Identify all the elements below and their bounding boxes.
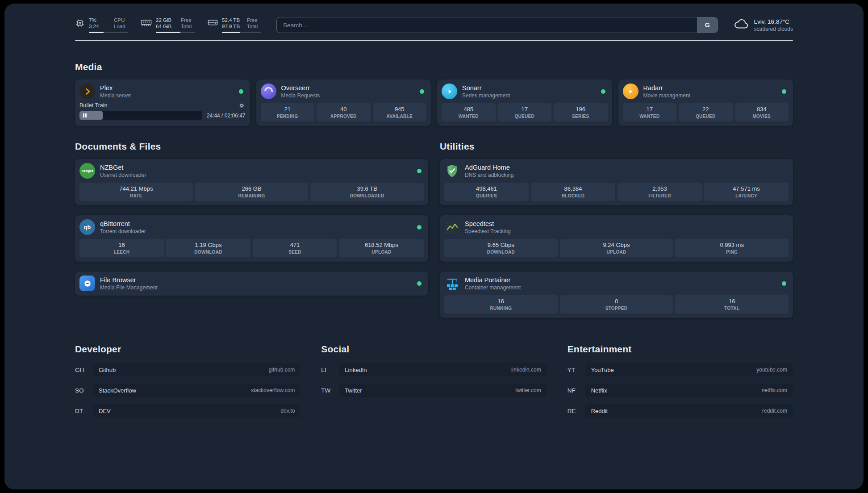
overseerr-card[interactable]: Overseerr Media Requests 21 PENDING 40 A… — [256, 79, 431, 126]
stat-tile: 834 MOVIES — [735, 103, 789, 121]
qbittorrent-icon: qb — [79, 219, 95, 235]
section-title-documents-files: Documents & Files — [75, 141, 428, 152]
adguard-stats: 498,461 QUERIES 86,384 BLOCKED 2,953 FIL… — [444, 183, 789, 201]
speedtest-card[interactable]: Speedtest Speedtest Tracking 9.65 Gbps D… — [440, 215, 793, 262]
bookmark-netflix[interactable]: NF Netflix netflix.com — [568, 384, 793, 397]
section-utilities: Utilities AdGuard Home DNS and adblockin… — [440, 141, 793, 318]
plex-card[interactable]: Plex Media server Bullet Train — [75, 79, 250, 126]
stat-label: FILTERED — [618, 193, 701, 198]
memory-total-value: 64 GiB — [156, 23, 175, 29]
stat-value: 40 — [317, 106, 370, 113]
memory-usage-bar — [156, 32, 195, 33]
disk-free-label: Free — [247, 17, 258, 23]
section-documents-files: Documents & Files nzbget NZBGet Usenet d… — [75, 141, 428, 318]
bookmark-name: YouTube — [591, 367, 614, 373]
bookmark-youtube[interactable]: YT YouTube youtube.com — [568, 363, 793, 376]
pause-icon[interactable] — [83, 113, 87, 117]
section-media: Media Plex Media server — [75, 62, 793, 126]
bookmark-pill: StackOverflow stackoverflow.com — [93, 384, 300, 397]
google-search-provider-button[interactable]: G — [697, 17, 718, 33]
weather-location: Lviv, 16.87°C — [754, 18, 793, 26]
bookmark-url: github.com — [269, 367, 295, 373]
section-title-developer: Developer — [75, 344, 300, 355]
stat-tile: 485 WANTED — [442, 103, 496, 121]
cpu-widget: 7% CPU 3.24 Load — [75, 17, 128, 33]
disk-usage-bar-fill — [222, 32, 240, 33]
memory-total-label: Total — [181, 23, 192, 29]
bookmark-url: reddit.com — [762, 408, 787, 414]
status-dot-online — [601, 89, 605, 94]
disk-readout: 52.4 TB Free 97.9 TB Total — [222, 17, 261, 33]
bookmark-abbr: GH — [75, 367, 93, 373]
stat-label: AVAILABLE — [374, 114, 426, 119]
stat-tile: 471 SEED — [253, 239, 337, 257]
nzbget-card[interactable]: nzbget NZBGet Usenet downloader 744.21 M… — [75, 159, 428, 205]
qbittorrent-stats: 16 LEECH 1.19 Gbps DOWNLOAD 471 SEED — [79, 239, 424, 257]
bookmark-stackoverflow[interactable]: SO StackOverflow stackoverflow.com — [75, 384, 300, 397]
playback-progress-fill — [79, 111, 103, 120]
bookmark-github[interactable]: GH Github github.com — [75, 363, 300, 376]
memory-icon — [141, 18, 152, 29]
status-dot-online — [417, 225, 421, 230]
disk-free-value: 52.4 TB — [222, 17, 242, 23]
portainer-card[interactable]: Media Portainer Container management 16 … — [440, 272, 793, 318]
service-name: AdGuard Home — [465, 164, 513, 171]
radarr-icon — [623, 84, 638, 99]
nzbget-card-header: nzbget NZBGet Usenet downloader — [79, 163, 424, 179]
stat-value: 2,953 — [618, 185, 701, 192]
dashboard-panel: 7% CPU 3.24 Load 22 GiB — [4, 4, 864, 489]
bookmark-name: Reddit — [591, 408, 608, 414]
bookmark-abbr: TW — [321, 387, 339, 394]
service-columns: Documents & Files nzbget NZBGet Usenet d… — [75, 141, 793, 318]
status-dot-online — [420, 89, 424, 94]
stat-value: 471 — [254, 242, 336, 248]
disk-icon — [208, 18, 218, 29]
stat-tile: 86,384 BLOCKED — [531, 183, 615, 201]
stat-tile: 9.65 Gbps DOWNLOAD — [444, 239, 558, 257]
bookmark-abbr: LI — [321, 367, 339, 373]
search-input[interactable] — [277, 17, 697, 33]
service-description: Speedtest Tracking — [465, 228, 511, 234]
stat-value: 39.6 TB — [311, 185, 423, 192]
stat-label: SEED — [254, 250, 336, 255]
speedtest-card-header: Speedtest Speedtest Tracking — [444, 219, 789, 235]
disk-usage-bar — [222, 32, 261, 33]
bookmark-reddit[interactable]: RE Reddit reddit.com — [568, 404, 793, 418]
playback-progress-bar[interactable] — [79, 111, 202, 120]
bookmark-twitter[interactable]: TW Twitter twitter.com — [321, 384, 547, 397]
cpu-usage-value: 7% — [89, 17, 108, 23]
stat-label: PENDING — [262, 114, 314, 119]
bookmark-abbr: DT — [75, 408, 93, 414]
stat-label: STOPPED — [561, 306, 672, 311]
service-name: Sonarr — [462, 84, 510, 92]
qbittorrent-card[interactable]: qb qBittorrent Torrent downloader 16 LEE… — [75, 215, 428, 262]
service-name: qBittorrent — [100, 220, 146, 227]
stat-value: 21 — [262, 106, 314, 113]
stat-label: REMAINING — [196, 193, 308, 198]
bookmark-url: netflix.com — [762, 387, 787, 393]
filebrowser-card[interactable]: File Browser Media File Management — [75, 272, 428, 296]
stat-label: SERIES — [555, 114, 607, 119]
bookmark-linkedin[interactable]: LI LinkedIn linkedin.com — [321, 363, 547, 376]
stat-value: 266 GB — [196, 185, 308, 192]
section-title-utilities: Utilities — [440, 141, 793, 152]
stat-label: BLOCKED — [532, 193, 614, 198]
sonarr-card[interactable]: Sonarr Series management 485 WANTED 17 Q… — [437, 79, 612, 126]
memory-usage-bar-fill — [156, 32, 180, 33]
sonarr-icon — [442, 84, 457, 99]
bookmark-url: linkedin.com — [511, 367, 541, 373]
service-description: Media File Management — [100, 284, 158, 291]
stat-label: UPLOAD — [340, 250, 423, 255]
overseerr-card-header: Overseerr Media Requests — [261, 84, 427, 99]
stat-value: 22 — [680, 106, 732, 113]
stat-tile: 2,953 FILTERED — [618, 183, 702, 201]
adguard-card[interactable]: AdGuard Home DNS and adblocking 498,461 … — [440, 159, 793, 205]
plex-card-header: Plex Media server — [79, 84, 246, 99]
media-grid: Plex Media server Bullet Train — [75, 79, 793, 126]
radarr-card[interactable]: Radarr Movie management 17 WANTED 22 QUE… — [618, 79, 793, 126]
service-description: DNS and adblocking — [465, 172, 513, 178]
service-name: Plex — [100, 84, 131, 92]
bookmark-dev[interactable]: DT DEV dev.to — [75, 404, 300, 418]
service-name: NZBGet — [100, 164, 146, 171]
settings-gear-icon[interactable] — [239, 103, 245, 109]
